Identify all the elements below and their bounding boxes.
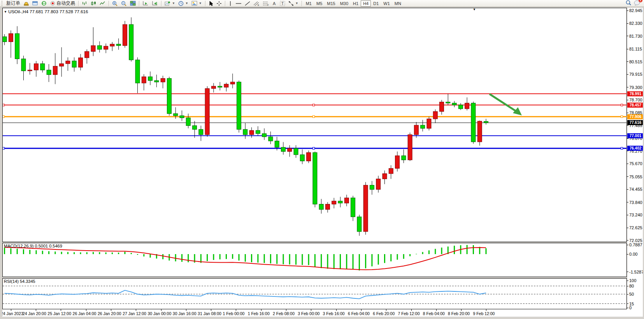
chart-symbol-period: USOil-,H4 [8, 9, 28, 14]
time-tick-label: 3 Feb 00:00 [298, 311, 319, 316]
arrows-tool-icon[interactable]: ▼ [287, 0, 300, 7]
time-tick-label: 8 Feb 20:00 [448, 311, 470, 316]
crosshair-tool-icon[interactable] [215, 0, 223, 7]
toolbar-separator [78, 1, 79, 6]
time-tick-label: 1 Feb 16:00 [248, 311, 270, 316]
rsi-indicator-label: RSI(14) 54.3345 [4, 279, 35, 284]
auto-trading-button[interactable]: 自动交易 [49, 0, 77, 7]
toolbar-separator [139, 1, 139, 6]
toolbar-grip[interactable] [2, 1, 4, 6]
toolbar-separator [225, 1, 225, 6]
chart-shift-marker[interactable]: ▼ [473, 8, 476, 11]
toolbar-separator [205, 1, 205, 6]
mt4-window: 新订单自动交易▼▼▼EFAT▼M1M5M15M30H1H4D1W1MN1 ▼ U… [0, 0, 644, 319]
text-tool-icon[interactable]: A [270, 0, 278, 7]
timeframe-button-mn[interactable]: MN [392, 0, 404, 7]
navigator-icon[interactable] [31, 0, 40, 7]
toolbar: 新订单自动交易▼▼▼EFAT▼M1M5M15M30H1H4D1W1MN1 [0, 0, 644, 7]
price-tick-label: 73.240 [629, 213, 642, 217]
zoom-out-icon[interactable] [119, 0, 128, 7]
price-tick-label: 75.055 [629, 174, 642, 179]
price-tick-label: 80.515 [629, 59, 642, 64]
bar-chart-mode-icon[interactable] [80, 0, 89, 7]
add-indicator-button[interactable]: ▼ [163, 0, 177, 7]
price-tick [627, 228, 628, 228]
time-tick-label: 6 Feb 04:00 [348, 311, 370, 316]
time-tick [86, 309, 86, 311]
time-tick [336, 309, 337, 311]
timeframe-button-m30[interactable]: M30 [338, 0, 351, 7]
price-level-badge: 77.906 [627, 114, 644, 119]
chart-shift-icon[interactable] [150, 0, 160, 7]
rsi-tick-label: 100 [629, 278, 636, 283]
fibonacci-tool-icon[interactable]: F [261, 0, 270, 7]
templates-icon [191, 1, 197, 6]
time-tick [161, 309, 161, 311]
time-tick [136, 309, 136, 311]
label-tool-icon[interactable]: T [278, 0, 287, 7]
price-tick [627, 74, 628, 75]
time-tick-label: 30 Jan 00:00 [148, 311, 172, 316]
line-chart-mode-icon[interactable] [98, 0, 107, 7]
terminal-icon-icon [41, 1, 47, 6]
auto-scroll-icon[interactable] [141, 0, 150, 7]
timeframe-button-d1[interactable]: D1 [371, 0, 381, 7]
macd-panel[interactable] [2, 243, 627, 277]
timeframe-button-m15[interactable]: M15 [325, 0, 337, 7]
time-tick [486, 309, 486, 311]
cursor-tool-icon[interactable] [207, 0, 215, 7]
svg-text:T: T [281, 2, 284, 6]
terminal-icon[interactable] [40, 0, 49, 7]
time-tick [186, 309, 186, 311]
macd-tick-label: 0.7887 [629, 242, 642, 247]
chart-ohlc-values: 77.681 77.803 77.528 77.616 [30, 9, 88, 14]
rsi-tick [627, 308, 628, 308]
market-watch-icon[interactable] [22, 0, 31, 7]
trendline-tool-icon-icon [245, 1, 250, 6]
rsi-tick [627, 294, 628, 295]
time-tick [261, 309, 261, 311]
rsi-panel[interactable] [2, 278, 627, 309]
chart-title: ▼ USOil-,H4 77.681 77.803 77.528 77.616 [4, 9, 88, 14]
search-icon[interactable] [625, 0, 632, 7]
auto-scroll-icon-icon [142, 1, 149, 6]
timeframe-button-m1[interactable]: M1 [304, 0, 314, 7]
chart-collapse-icon[interactable]: ▼ [4, 10, 7, 14]
periods-button[interactable]: ▼ [177, 0, 190, 7]
cursor-tool-icon-icon [209, 1, 213, 6]
chat-icon[interactable]: 1 [634, 0, 641, 7]
timeframe-button-m5[interactable]: M5 [314, 0, 325, 7]
timeframe-button-h1[interactable]: H1 [351, 0, 361, 7]
tile-windows-icon[interactable] [128, 0, 137, 7]
toolbar-separator [302, 1, 302, 6]
main-chart-panel[interactable] [2, 8, 627, 242]
price-tick [627, 113, 628, 113]
vertical-line-tool-icon[interactable] [227, 0, 234, 7]
channel-tool-icon[interactable]: E [252, 0, 261, 7]
new-order-button[interactable]: 新订单 [5, 0, 22, 7]
arrows-tool-icon-icon [288, 1, 294, 6]
time-tick [211, 309, 211, 311]
templates-button[interactable]: ▼ [190, 0, 204, 7]
timeframe-button-w1[interactable]: W1 [381, 0, 392, 7]
macd-tick-label: -1.5287 [629, 270, 644, 274]
timeframe-button-h4[interactable]: H4 [361, 0, 371, 7]
time-tick-label: 2 Feb 08:00 [273, 311, 295, 316]
price-tick-label: 78.700 [629, 98, 642, 102]
time-tick-label: 31 Jan 08:00 [198, 311, 221, 316]
price-tick-label: 73.840 [629, 200, 642, 205]
candlestick-mode-icon[interactable] [89, 0, 98, 7]
line-chart-mode-icon-icon [100, 1, 105, 6]
horizontal-line-tool-icon[interactable] [234, 0, 243, 7]
price-tick [627, 151, 628, 151]
price-tick [627, 36, 628, 36]
time-tick [61, 309, 61, 311]
price-level-badge: 76.402 [627, 146, 644, 151]
price-tick-label: 79.300 [629, 85, 642, 90]
chevron-down-icon: ▼ [199, 2, 202, 5]
svg-text:A: A [273, 1, 276, 6]
trendline-tool-icon[interactable] [243, 0, 252, 7]
price-tick-label: 81.115 [629, 47, 642, 51]
time-tick-label: 3 Feb 16:00 [323, 311, 345, 316]
zoom-in-icon[interactable] [111, 0, 119, 7]
